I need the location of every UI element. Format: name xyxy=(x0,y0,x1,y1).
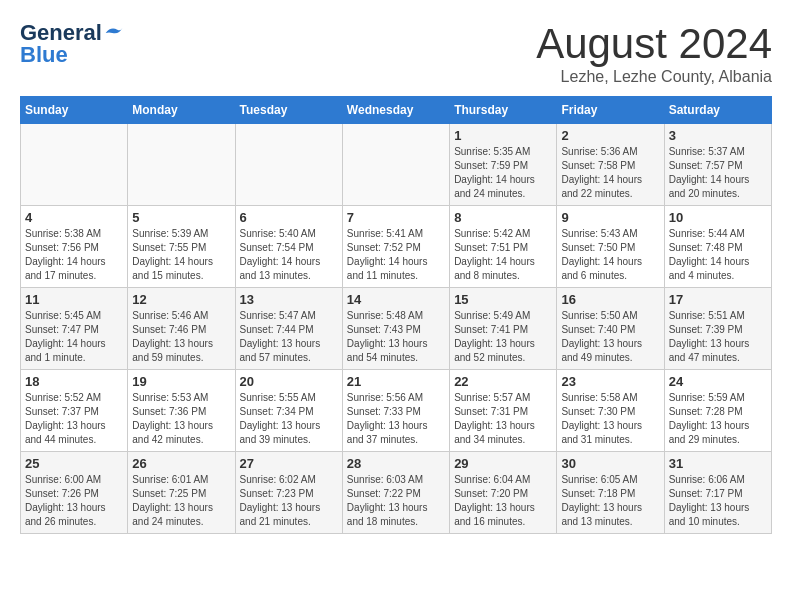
logo: General Blue xyxy=(20,20,124,68)
calendar-cell: 6Sunrise: 5:40 AM Sunset: 7:54 PM Daylig… xyxy=(235,206,342,288)
calendar-cell: 3Sunrise: 5:37 AM Sunset: 7:57 PM Daylig… xyxy=(664,124,771,206)
calendar-cell: 11Sunrise: 5:45 AM Sunset: 7:47 PM Dayli… xyxy=(21,288,128,370)
calendar-week-row: 18Sunrise: 5:52 AM Sunset: 7:37 PM Dayli… xyxy=(21,370,772,452)
calendar-cell: 13Sunrise: 5:47 AM Sunset: 7:44 PM Dayli… xyxy=(235,288,342,370)
day-info: Sunrise: 5:39 AM Sunset: 7:55 PM Dayligh… xyxy=(132,227,230,283)
calendar-cell: 12Sunrise: 5:46 AM Sunset: 7:46 PM Dayli… xyxy=(128,288,235,370)
col-header-monday: Monday xyxy=(128,97,235,124)
day-number: 4 xyxy=(25,210,123,225)
day-number: 25 xyxy=(25,456,123,471)
day-info: Sunrise: 5:55 AM Sunset: 7:34 PM Dayligh… xyxy=(240,391,338,447)
calendar-table: SundayMondayTuesdayWednesdayThursdayFrid… xyxy=(20,96,772,534)
day-info: Sunrise: 5:35 AM Sunset: 7:59 PM Dayligh… xyxy=(454,145,552,201)
calendar-cell: 10Sunrise: 5:44 AM Sunset: 7:48 PM Dayli… xyxy=(664,206,771,288)
title-area: August 2024 Lezhe, Lezhe County, Albania xyxy=(536,20,772,86)
location-subtitle: Lezhe, Lezhe County, Albania xyxy=(536,68,772,86)
day-number: 2 xyxy=(561,128,659,143)
day-number: 19 xyxy=(132,374,230,389)
calendar-cell: 31Sunrise: 6:06 AM Sunset: 7:17 PM Dayli… xyxy=(664,452,771,534)
calendar-cell: 18Sunrise: 5:52 AM Sunset: 7:37 PM Dayli… xyxy=(21,370,128,452)
calendar-cell: 19Sunrise: 5:53 AM Sunset: 7:36 PM Dayli… xyxy=(128,370,235,452)
day-info: Sunrise: 5:45 AM Sunset: 7:47 PM Dayligh… xyxy=(25,309,123,365)
day-info: Sunrise: 5:51 AM Sunset: 7:39 PM Dayligh… xyxy=(669,309,767,365)
calendar-cell: 9Sunrise: 5:43 AM Sunset: 7:50 PM Daylig… xyxy=(557,206,664,288)
day-info: Sunrise: 6:06 AM Sunset: 7:17 PM Dayligh… xyxy=(669,473,767,529)
day-number: 8 xyxy=(454,210,552,225)
calendar-cell: 17Sunrise: 5:51 AM Sunset: 7:39 PM Dayli… xyxy=(664,288,771,370)
day-info: Sunrise: 6:02 AM Sunset: 7:23 PM Dayligh… xyxy=(240,473,338,529)
calendar-cell: 30Sunrise: 6:05 AM Sunset: 7:18 PM Dayli… xyxy=(557,452,664,534)
day-info: Sunrise: 6:01 AM Sunset: 7:25 PM Dayligh… xyxy=(132,473,230,529)
day-info: Sunrise: 6:05 AM Sunset: 7:18 PM Dayligh… xyxy=(561,473,659,529)
day-info: Sunrise: 5:46 AM Sunset: 7:46 PM Dayligh… xyxy=(132,309,230,365)
calendar-cell: 15Sunrise: 5:49 AM Sunset: 7:41 PM Dayli… xyxy=(450,288,557,370)
day-number: 11 xyxy=(25,292,123,307)
calendar-week-row: 11Sunrise: 5:45 AM Sunset: 7:47 PM Dayli… xyxy=(21,288,772,370)
calendar-week-row: 25Sunrise: 6:00 AM Sunset: 7:26 PM Dayli… xyxy=(21,452,772,534)
day-number: 30 xyxy=(561,456,659,471)
calendar-cell: 16Sunrise: 5:50 AM Sunset: 7:40 PM Dayli… xyxy=(557,288,664,370)
day-info: Sunrise: 5:59 AM Sunset: 7:28 PM Dayligh… xyxy=(669,391,767,447)
day-info: Sunrise: 5:48 AM Sunset: 7:43 PM Dayligh… xyxy=(347,309,445,365)
day-number: 14 xyxy=(347,292,445,307)
day-number: 24 xyxy=(669,374,767,389)
day-number: 18 xyxy=(25,374,123,389)
day-number: 31 xyxy=(669,456,767,471)
col-header-wednesday: Wednesday xyxy=(342,97,449,124)
day-number: 27 xyxy=(240,456,338,471)
day-info: Sunrise: 5:40 AM Sunset: 7:54 PM Dayligh… xyxy=(240,227,338,283)
calendar-cell: 8Sunrise: 5:42 AM Sunset: 7:51 PM Daylig… xyxy=(450,206,557,288)
day-info: Sunrise: 5:50 AM Sunset: 7:40 PM Dayligh… xyxy=(561,309,659,365)
day-number: 12 xyxy=(132,292,230,307)
calendar-cell: 5Sunrise: 5:39 AM Sunset: 7:55 PM Daylig… xyxy=(128,206,235,288)
calendar-cell: 25Sunrise: 6:00 AM Sunset: 7:26 PM Dayli… xyxy=(21,452,128,534)
day-number: 23 xyxy=(561,374,659,389)
page-header: General Blue August 2024 Lezhe, Lezhe Co… xyxy=(20,20,772,86)
calendar-cell: 7Sunrise: 5:41 AM Sunset: 7:52 PM Daylig… xyxy=(342,206,449,288)
calendar-cell xyxy=(235,124,342,206)
calendar-cell: 24Sunrise: 5:59 AM Sunset: 7:28 PM Dayli… xyxy=(664,370,771,452)
day-info: Sunrise: 5:58 AM Sunset: 7:30 PM Dayligh… xyxy=(561,391,659,447)
day-info: Sunrise: 6:04 AM Sunset: 7:20 PM Dayligh… xyxy=(454,473,552,529)
day-info: Sunrise: 5:41 AM Sunset: 7:52 PM Dayligh… xyxy=(347,227,445,283)
calendar-week-row: 1Sunrise: 5:35 AM Sunset: 7:59 PM Daylig… xyxy=(21,124,772,206)
col-header-thursday: Thursday xyxy=(450,97,557,124)
day-number: 5 xyxy=(132,210,230,225)
day-number: 22 xyxy=(454,374,552,389)
col-header-sunday: Sunday xyxy=(21,97,128,124)
calendar-cell xyxy=(342,124,449,206)
day-info: Sunrise: 5:49 AM Sunset: 7:41 PM Dayligh… xyxy=(454,309,552,365)
day-info: Sunrise: 5:52 AM Sunset: 7:37 PM Dayligh… xyxy=(25,391,123,447)
day-info: Sunrise: 5:42 AM Sunset: 7:51 PM Dayligh… xyxy=(454,227,552,283)
day-number: 17 xyxy=(669,292,767,307)
day-number: 28 xyxy=(347,456,445,471)
day-number: 10 xyxy=(669,210,767,225)
day-number: 21 xyxy=(347,374,445,389)
day-info: Sunrise: 5:57 AM Sunset: 7:31 PM Dayligh… xyxy=(454,391,552,447)
day-info: Sunrise: 5:37 AM Sunset: 7:57 PM Dayligh… xyxy=(669,145,767,201)
day-number: 29 xyxy=(454,456,552,471)
calendar-cell: 26Sunrise: 6:01 AM Sunset: 7:25 PM Dayli… xyxy=(128,452,235,534)
day-number: 20 xyxy=(240,374,338,389)
day-number: 15 xyxy=(454,292,552,307)
calendar-cell: 22Sunrise: 5:57 AM Sunset: 7:31 PM Dayli… xyxy=(450,370,557,452)
day-number: 1 xyxy=(454,128,552,143)
day-info: Sunrise: 5:53 AM Sunset: 7:36 PM Dayligh… xyxy=(132,391,230,447)
day-number: 13 xyxy=(240,292,338,307)
day-info: Sunrise: 5:47 AM Sunset: 7:44 PM Dayligh… xyxy=(240,309,338,365)
calendar-cell: 2Sunrise: 5:36 AM Sunset: 7:58 PM Daylig… xyxy=(557,124,664,206)
day-number: 16 xyxy=(561,292,659,307)
calendar-cell: 20Sunrise: 5:55 AM Sunset: 7:34 PM Dayli… xyxy=(235,370,342,452)
day-info: Sunrise: 5:36 AM Sunset: 7:58 PM Dayligh… xyxy=(561,145,659,201)
col-header-saturday: Saturday xyxy=(664,97,771,124)
calendar-cell: 29Sunrise: 6:04 AM Sunset: 7:20 PM Dayli… xyxy=(450,452,557,534)
calendar-cell: 27Sunrise: 6:02 AM Sunset: 7:23 PM Dayli… xyxy=(235,452,342,534)
logo-bird-icon xyxy=(104,23,124,43)
calendar-cell: 1Sunrise: 5:35 AM Sunset: 7:59 PM Daylig… xyxy=(450,124,557,206)
day-info: Sunrise: 6:00 AM Sunset: 7:26 PM Dayligh… xyxy=(25,473,123,529)
calendar-cell: 28Sunrise: 6:03 AM Sunset: 7:22 PM Dayli… xyxy=(342,452,449,534)
col-header-friday: Friday xyxy=(557,97,664,124)
day-number: 6 xyxy=(240,210,338,225)
logo-blue-text: Blue xyxy=(20,42,68,67)
calendar-week-row: 4Sunrise: 5:38 AM Sunset: 7:56 PM Daylig… xyxy=(21,206,772,288)
